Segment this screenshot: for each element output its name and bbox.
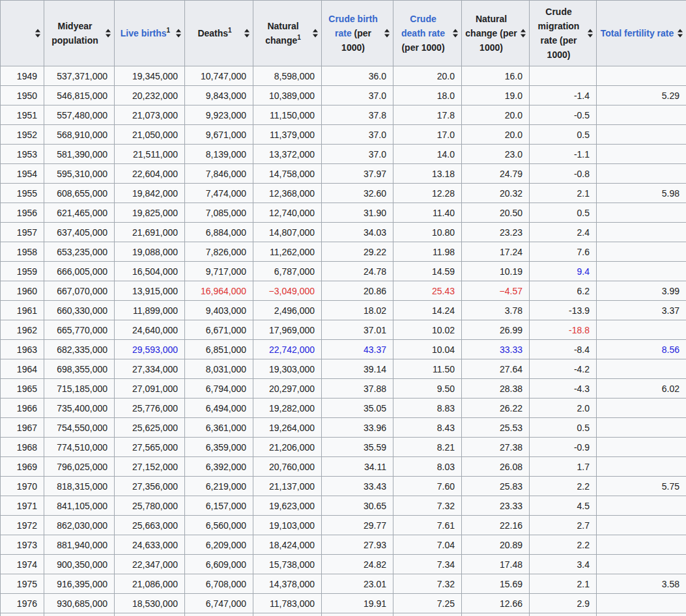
- cell-year: 1965: [1, 379, 44, 399]
- col-header-crude-migration-rate[interactable]: Crude migration rate (per 1000): [530, 1, 597, 66]
- cell-year: 1951: [1, 105, 44, 125]
- cell-crude-migration-rate: 2.9: [530, 594, 597, 613]
- table-row-1953: 1953581,390,00021,511,0008,139,00013,372…: [1, 145, 686, 164]
- table-row-1961: 1961660,330,00011,899,0009,403,0002,496,…: [1, 301, 686, 320]
- col-header-deaths[interactable]: Deaths1: [185, 1, 253, 66]
- cell-natural-change: 14,378,000: [253, 574, 322, 594]
- cell-total-fertility-rate: [597, 438, 686, 457]
- cell-empty: [253, 613, 322, 616]
- col-header-crude-death-rate[interactable]: Crude death rate (per 1000): [393, 1, 462, 66]
- cell-natural-change-per-1000: 12.66: [462, 594, 530, 613]
- header-link[interactable]: Crude death rate: [401, 14, 445, 38]
- cell-live-births: 19,825,000: [115, 203, 185, 223]
- cell-natural-change-per-1000: 26.99: [462, 320, 530, 340]
- header-text: Crude migration rate (per 1000): [538, 7, 580, 60]
- sort-both-icon[interactable]: [35, 29, 40, 38]
- cell-deaths: 6,359,000: [185, 438, 253, 457]
- cell-natural-change: 18,424,000: [253, 535, 322, 555]
- sort-both-icon[interactable]: [176, 29, 181, 38]
- col-header-crude-birth-rate[interactable]: Crude birth rate (per 1000): [322, 1, 393, 66]
- cell-total-fertility-rate: [597, 203, 686, 223]
- cell-deaths: 9,923,000: [185, 105, 253, 125]
- cell-deaths: 9,671,000: [185, 125, 253, 145]
- cell-total-fertility-rate: [597, 105, 686, 125]
- sort-both-icon[interactable]: [588, 29, 593, 38]
- cell-live-births: 25,780,000: [115, 496, 185, 516]
- header-link[interactable]: Total fertility rate: [601, 28, 674, 38]
- cell-empty: [185, 613, 253, 616]
- cell-midyear-population: 754,550,000: [44, 418, 115, 438]
- cell-natural-change-per-1000: 28.38: [462, 379, 530, 399]
- table-row-1971: 1971841,105,00025,780,0006,157,00019,623…: [1, 496, 686, 516]
- cell-crude-death-rate: 10.04: [393, 340, 462, 359]
- cell-deaths: 6,219,000: [185, 477, 253, 496]
- cell-crude-migration-rate: 2.2: [530, 477, 597, 496]
- cell-natural-change: 21,206,000: [253, 438, 322, 457]
- cell-midyear-population: 608,655,000: [44, 184, 115, 203]
- cell-crude-birth-rate: 30.65: [322, 496, 393, 516]
- col-header-year[interactable]: [1, 1, 44, 66]
- cell-crude-birth-rate: 37.0: [322, 125, 393, 145]
- cell-natural-change: 20,760,000: [253, 457, 322, 477]
- col-header-total-fertility-rate[interactable]: Total fertility rate: [597, 1, 686, 66]
- cell-crude-migration-rate: 2.4: [530, 223, 597, 242]
- sort-both-icon[interactable]: [244, 29, 250, 38]
- col-header-natural-change[interactable]: Natural change1: [253, 1, 322, 66]
- cell-crude-birth-rate: 24.82: [322, 555, 393, 574]
- cell-midyear-population: 818,315,000: [44, 477, 115, 496]
- cell-total-fertility-rate: 3.99: [597, 281, 686, 301]
- cell-natural-change-per-1000: 17.48: [462, 555, 530, 574]
- sort-both-icon[interactable]: [106, 29, 111, 38]
- cell-crude-death-rate: 13.18: [393, 164, 462, 184]
- cell-crude-death-rate: 8.83: [393, 399, 462, 418]
- cell-natural-change-per-1000: 23.23: [462, 223, 530, 242]
- cell-natural-change: 2,496,000: [253, 301, 322, 320]
- cell-natural-change: 12,368,000: [253, 184, 322, 203]
- col-header-live-births[interactable]: Live births1: [115, 1, 185, 66]
- cell-crude-migration-rate: 2.1: [530, 184, 597, 203]
- header-text: Natural change (per 1000): [465, 14, 517, 53]
- cell-year: 1954: [1, 164, 44, 184]
- cell-crude-birth-rate: 29.22: [322, 242, 393, 262]
- cell-live-births: 27,152,000: [115, 457, 185, 477]
- cell-natural-change: 6,787,000: [253, 262, 322, 281]
- cell-midyear-population: 621,465,000: [44, 203, 115, 223]
- cell-deaths: 6,747,000: [185, 594, 253, 613]
- sort-both-icon[interactable]: [521, 29, 526, 38]
- cell-total-fertility-rate: [597, 535, 686, 555]
- cell-midyear-population: 557,480,000: [44, 105, 115, 125]
- cell-crude-birth-rate: 33.43: [322, 477, 393, 496]
- sort-both-icon[interactable]: [453, 29, 458, 38]
- col-header-label: Crude birth rate (per 1000): [328, 14, 377, 53]
- cell-natural-change: 17,969,000: [253, 320, 322, 340]
- table-row-1956: 1956621,465,00019,825,0007,085,00012,740…: [1, 203, 686, 223]
- col-header-label: Natural change (per 1000): [465, 14, 517, 53]
- cell-natural-change: 11,379,000: [253, 125, 322, 145]
- cell-year: 1974: [1, 555, 44, 574]
- table-row-1969: 1969796,025,00027,152,0006,392,00020,760…: [1, 457, 686, 477]
- header-link[interactable]: Live births: [121, 28, 167, 38]
- cell-crude-migration-rate: 7.6: [530, 242, 597, 262]
- cell-total-fertility-rate: [597, 125, 686, 145]
- cell-natural-change-per-1000: 19.0: [462, 86, 530, 105]
- cell-midyear-population: 900,350,000: [44, 555, 115, 574]
- cell-natural-change: −3,049,000: [253, 281, 322, 301]
- cell-crude-birth-rate: 43.37: [322, 340, 393, 359]
- cell-midyear-population: 546,815,000: [44, 86, 115, 105]
- cell-natural-change-per-1000: 24.79: [462, 164, 530, 184]
- cell-live-births: 24,640,000: [115, 320, 185, 340]
- table-header: Midyear populationLive births1Deaths1Nat…: [1, 1, 686, 66]
- col-header-label: Midyear population: [51, 21, 98, 46]
- cell-natural-change: 10,389,000: [253, 86, 322, 105]
- cell-crude-migration-rate: -1.4: [530, 86, 597, 105]
- col-header-midyear-population[interactable]: Midyear population: [44, 1, 115, 66]
- cell-natural-change-per-1000: 27.38: [462, 438, 530, 457]
- sort-both-icon[interactable]: [313, 29, 318, 38]
- vital-statistics-table: Midyear populationLive births1Deaths1Nat…: [0, 0, 686, 616]
- col-header-natural-change-per-1000[interactable]: Natural change (per 1000): [462, 1, 530, 66]
- cell-crude-death-rate: 7.25: [393, 594, 462, 613]
- sort-both-icon[interactable]: [384, 29, 390, 38]
- sort-both-icon[interactable]: [678, 29, 683, 38]
- cell-deaths: 6,560,000: [185, 516, 253, 535]
- cell-crude-death-rate: 18.0: [393, 86, 462, 105]
